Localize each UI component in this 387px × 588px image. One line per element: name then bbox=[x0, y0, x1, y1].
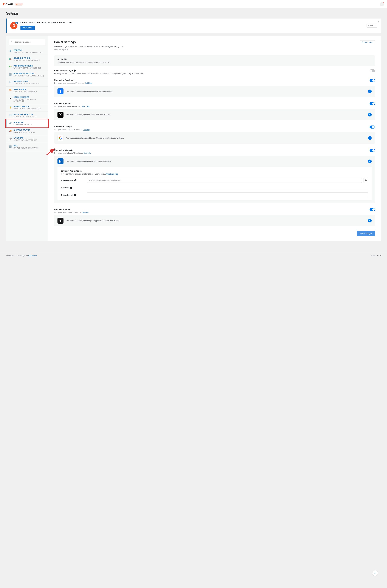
copy-button[interactable] bbox=[364, 178, 368, 183]
documentation-link[interactable]: Documentation bbox=[360, 40, 375, 44]
search-icon bbox=[11, 41, 13, 43]
sidebar-item-menu-manager[interactable]: ☰ MENU MANAGER VENDOR DASHBOARD MENU APP… bbox=[6, 94, 48, 104]
notice-banner: D Check What's new in Dokan PRO Version … bbox=[6, 19, 381, 33]
twitter-toggle[interactable] bbox=[369, 102, 375, 105]
apple-card-text: You can successfully connect your Apple … bbox=[66, 219, 365, 222]
nav-icon: 🔒 bbox=[9, 106, 12, 109]
twitter-card-text: You can successfully connect Twitter wit… bbox=[66, 113, 365, 116]
nav-desc: MANAGE RETURN & WARRANTY bbox=[14, 147, 45, 149]
nav-icon: 📄 bbox=[9, 81, 12, 84]
facebook-help-link[interactable]: Get Help bbox=[85, 82, 92, 84]
version-badge: v3.11.2 bbox=[15, 3, 23, 6]
notice-icon: D bbox=[10, 22, 18, 29]
nav-desc: VENDOR DASHBOARD MENU APPEARANCE bbox=[14, 99, 45, 102]
facebook-icon bbox=[58, 88, 63, 94]
sidebar-item-shipping-status[interactable]: 🚚 SHIPPING STATUS MANAGE SHIPPING STATUS bbox=[6, 127, 48, 135]
nav-icon: 💵 bbox=[9, 65, 12, 68]
close-icon[interactable]: × bbox=[378, 20, 379, 23]
sidebar-item-rma[interactable]: ↩️ RMA MANAGE RETURN & WARRANTY bbox=[6, 143, 48, 151]
sidebar-item-withdraw-options[interactable]: 💵 WITHDRAW OPTIONS WITHDRAW SETTINGS, TH… bbox=[6, 63, 48, 71]
create-app-link[interactable]: Create an App bbox=[106, 173, 118, 175]
apple-help-link[interactable]: Get Help bbox=[82, 211, 89, 213]
redirect-url-input[interactable] bbox=[87, 178, 362, 183]
sidebar-item-appearance[interactable]: 🎨 APPEARANCE CUSTOM STORE APPEARANCE bbox=[6, 86, 48, 94]
sidebar-item-social-api[interactable]: 🔗 SOCIAL API CONFIGURE SOCIAL API bbox=[6, 120, 48, 127]
nav-label: REVERSE WITHDRAWAL bbox=[14, 73, 45, 75]
help-icon[interactable]: ? bbox=[74, 194, 76, 196]
nav-desc: STORE SETTINGS, COMMISSIONS bbox=[14, 60, 45, 61]
sidebar-item-general[interactable]: ⚙️ GENERAL SITE SETTINGS AND STORE OPTIO… bbox=[6, 47, 48, 55]
twitter-help-link[interactable]: Get Help bbox=[82, 105, 89, 107]
google-expand-button[interactable] bbox=[368, 136, 372, 140]
nav-icon: ☰ bbox=[9, 96, 12, 99]
nav-label: SOCIAL API bbox=[14, 121, 45, 124]
nav-label: RMA bbox=[14, 145, 45, 147]
client-id-input[interactable] bbox=[87, 185, 368, 190]
wordpress-link[interactable]: WordPress bbox=[28, 255, 37, 257]
linkedin-help-link[interactable]: Get Help bbox=[84, 152, 91, 154]
enable-login-desc: Enabling this will add Social Icons unde… bbox=[54, 72, 367, 75]
nav-desc: SITE SETTINGS AND STORE OPTIONS bbox=[14, 52, 45, 53]
nav-label: GENERAL bbox=[14, 49, 45, 51]
api-section-title: Social API bbox=[58, 58, 372, 60]
google-card-text: You can successfully connect to your Goo… bbox=[66, 137, 365, 139]
client-secret-input[interactable] bbox=[87, 192, 368, 197]
enable-login-label: Enable Social Login bbox=[54, 69, 73, 72]
save-changes-button[interactable]: Save Changes bbox=[357, 231, 375, 236]
sidebar-item-live-chat[interactable]: 💬 LIVE CHAT SECURE LIVE CHAT SETTINGS bbox=[6, 135, 48, 143]
nav-desc: SECURE LIVE CHAT SETTINGS bbox=[14, 139, 45, 141]
help-icon[interactable]: ? bbox=[70, 187, 72, 189]
settings-sidebar: ⚙️ GENERAL SITE SETTINGS AND STORE OPTIO… bbox=[6, 36, 48, 241]
svg-point-0 bbox=[11, 41, 13, 42]
sidebar-item-privacy-policy[interactable]: 🔒 PRIVACY POLICY UPDATE STORE PRIVACY PO… bbox=[6, 104, 48, 112]
facebook-toggle[interactable] bbox=[369, 79, 375, 82]
help-button[interactable]: ? bbox=[380, 2, 384, 6]
view-details-button[interactable]: View Details bbox=[20, 26, 35, 30]
nav-desc: ADMIN COMMISSION CONFIG (ON COD) bbox=[14, 75, 45, 77]
page-title: Settings bbox=[6, 11, 381, 16]
linkedin-app-title: Linkedin App Settings bbox=[61, 170, 368, 172]
google-help-link[interactable]: Get Help bbox=[83, 129, 90, 131]
google-icon bbox=[58, 135, 63, 141]
nav-icon: ✉️ bbox=[9, 114, 12, 116]
nav-desc: WITHDRAW SETTINGS, THRESHOLD bbox=[14, 67, 45, 69]
chevron-right-icon[interactable]: › bbox=[375, 25, 376, 27]
sidebar-item-page-settings[interactable]: 📄 PAGE SETTINGS STORE PAGE SETTINGS MANA… bbox=[6, 79, 48, 86]
twitter-expand-button[interactable] bbox=[368, 113, 372, 116]
help-icon[interactable]: ? bbox=[74, 69, 76, 72]
nav-label: WITHDRAW OPTIONS bbox=[14, 65, 45, 67]
search-box[interactable] bbox=[9, 39, 45, 45]
twitter-title: Connect to Twitter bbox=[54, 102, 367, 105]
nav-desc: VERIFICATION EMAIL MANAGE bbox=[14, 116, 45, 118]
nav-icon: 🔗 bbox=[9, 122, 12, 124]
nav-desc: CONFIGURE SOCIAL API bbox=[14, 124, 45, 125]
facebook-expand-button[interactable] bbox=[368, 89, 372, 93]
brand-logo: Dokan bbox=[3, 2, 13, 6]
chevron-left-icon[interactable]: ‹ bbox=[368, 25, 369, 27]
sidebar-item-reverse-withdrawal[interactable]: 🔄 REVERSE WITHDRAWAL ADMIN COMMISSION CO… bbox=[6, 71, 48, 79]
content-subtitle: Define settings to allow vendors to use … bbox=[54, 45, 126, 51]
notice-pager[interactable]: ‹ 3 of 3 › bbox=[367, 24, 377, 27]
nav-label: SELLING OPTIONS bbox=[14, 57, 45, 59]
notice-title: Check What's new in Dokan PRO Version 3.… bbox=[20, 21, 364, 24]
api-section-desc: Configure your site social settings and … bbox=[58, 61, 372, 63]
sidebar-item-selling-options[interactable]: 🛍️ SELLING OPTIONS STORE SETTINGS, COMMI… bbox=[6, 55, 48, 63]
apple-title: Connect to Apple bbox=[54, 208, 367, 210]
linkedin-collapse-button[interactable] bbox=[368, 160, 372, 163]
nav-icon: 🔄 bbox=[9, 73, 12, 76]
nav-icon: 💬 bbox=[9, 137, 12, 140]
help-icon[interactable]: ? bbox=[74, 179, 77, 181]
nav-icon: ↩️ bbox=[9, 145, 12, 148]
search-input[interactable] bbox=[15, 41, 43, 43]
svg-line-1 bbox=[13, 42, 13, 42]
sidebar-item-email-verification[interactable]: ✉️ EMAIL VERIFICATION VERIFICATION EMAIL… bbox=[6, 112, 48, 120]
enable-login-toggle[interactable] bbox=[369, 69, 375, 72]
nav-icon: 🎨 bbox=[9, 89, 12, 91]
google-title: Connect to Google bbox=[54, 126, 367, 128]
apple-expand-button[interactable] bbox=[368, 219, 372, 222]
linkedin-toggle[interactable] bbox=[369, 149, 375, 152]
nav-icon: 🚚 bbox=[9, 129, 12, 132]
google-toggle[interactable] bbox=[369, 126, 375, 128]
nav-label: EMAIL VERIFICATION bbox=[14, 113, 45, 116]
apple-toggle[interactable] bbox=[369, 208, 375, 211]
